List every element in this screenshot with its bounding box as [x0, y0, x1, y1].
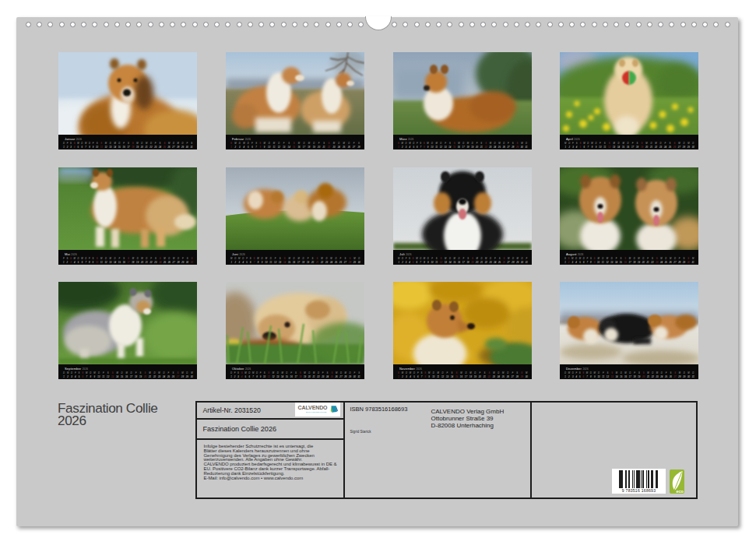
svg-text:eco: eco [676, 489, 684, 494]
